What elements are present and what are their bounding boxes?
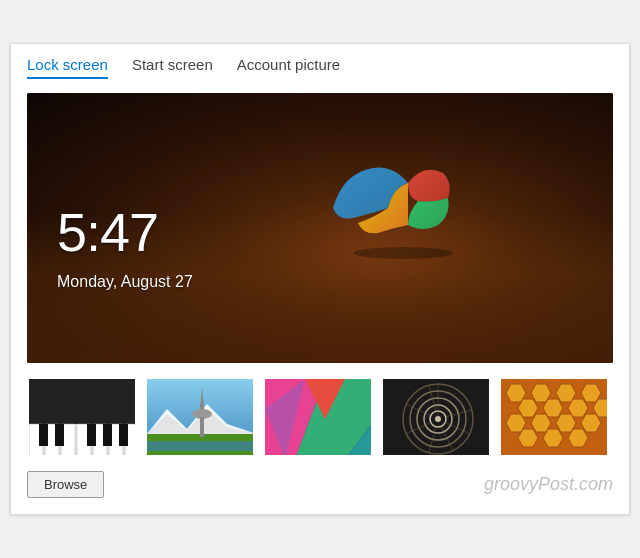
svg-rect-13 <box>103 424 112 446</box>
lock-screen-preview: 5:47 Monday, August 27 <box>27 93 613 363</box>
footer: Browse groovyPost.com <box>27 471 613 498</box>
clock-time: 5:47 <box>57 201 158 263</box>
thumbnail-abstract[interactable] <box>263 377 373 457</box>
svg-rect-12 <box>87 424 96 446</box>
tab-lock-screen[interactable]: Lock screen <box>27 56 108 79</box>
watermark: groovyPost.com <box>484 474 613 495</box>
svg-rect-14 <box>119 424 128 446</box>
tab-bar: Lock screen Start screen Account picture <box>27 56 613 79</box>
svg-marker-58 <box>543 429 563 447</box>
browse-button[interactable]: Browse <box>27 471 104 498</box>
thumbnail-nautilus[interactable] <box>381 377 491 457</box>
thumbnail-list <box>27 377 613 457</box>
svg-rect-10 <box>39 424 48 446</box>
svg-marker-57 <box>518 429 538 447</box>
svg-point-35 <box>435 416 441 422</box>
svg-marker-59 <box>568 429 588 447</box>
thumbnail-piano[interactable] <box>27 377 137 457</box>
tab-account-picture[interactable]: Account picture <box>237 56 340 79</box>
windows-logo <box>323 153 453 263</box>
thumbnail-seattle[interactable] <box>145 377 255 457</box>
svg-rect-19 <box>147 441 255 451</box>
svg-marker-56 <box>581 414 601 432</box>
clock-date: Monday, August 27 <box>57 273 193 291</box>
settings-panel: Lock screen Start screen Account picture <box>10 43 630 515</box>
thumbnail-honeycomb[interactable] <box>499 377 609 457</box>
svg-rect-22 <box>200 417 204 437</box>
svg-point-0 <box>353 247 453 259</box>
svg-rect-11 <box>55 424 64 446</box>
tab-start-screen[interactable]: Start screen <box>132 56 213 79</box>
